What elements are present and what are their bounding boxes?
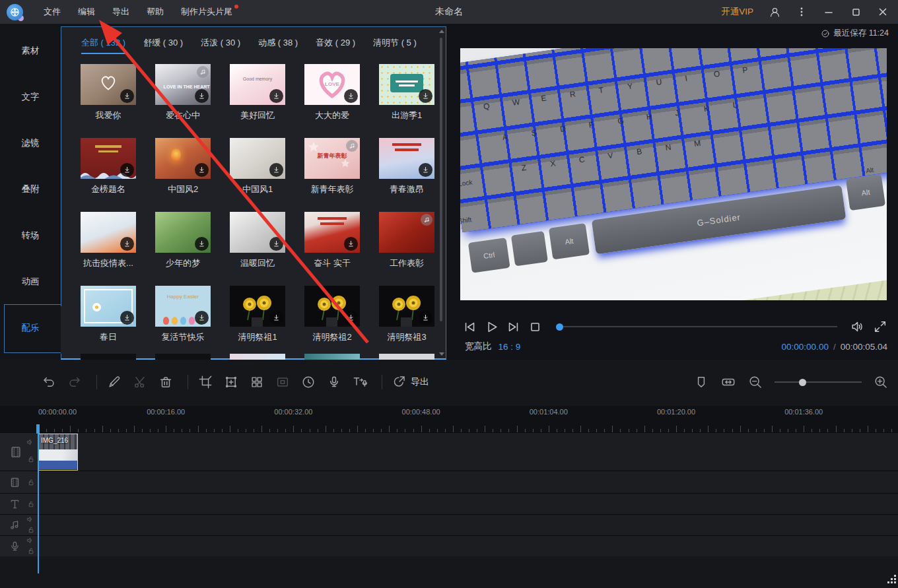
fit-timeline-button[interactable]: [720, 374, 736, 390]
music-item[interactable]: 清明祭祖3: [370, 286, 444, 343]
music-item-thumbnail[interactable]: [230, 212, 285, 253]
lock-icon[interactable]: [27, 526, 35, 534]
kebab-menu-icon[interactable]: [793, 3, 810, 20]
download-button[interactable]: [419, 163, 432, 177]
play-button[interactable]: [483, 318, 500, 335]
music-item[interactable]: 工作表彰: [370, 212, 444, 269]
download-button[interactable]: [269, 163, 283, 177]
download-button[interactable]: [419, 89, 432, 103]
lock-icon[interactable]: [27, 478, 35, 486]
speaker-icon[interactable]: [26, 438, 34, 446]
panel-scrollbar[interactable]: [438, 30, 444, 356]
stop-button[interactable]: [526, 318, 543, 335]
music-item[interactable]: LOVE大大的爱: [295, 64, 369, 121]
sidebar-item-2[interactable]: 文字: [0, 74, 61, 120]
music-item[interactable]: 奋斗 实干: [295, 212, 369, 269]
sidebar-item-7[interactable]: 配乐: [0, 305, 61, 351]
zoom-slider-handle[interactable]: [799, 379, 806, 386]
duration-button[interactable]: [300, 374, 316, 390]
timeline-zoom-slider[interactable]: [775, 381, 862, 383]
edit-button[interactable]: [106, 374, 122, 390]
playhead[interactable]: [38, 424, 39, 573]
export-button[interactable]: 导出: [392, 375, 429, 389]
music-item[interactable]: 新青年表彰新青年表彰: [295, 138, 369, 195]
voiceover-button[interactable]: [326, 374, 342, 390]
category-tab[interactable]: 清明节 ( 5 ): [373, 37, 417, 54]
sidebar-item-3[interactable]: 滤镜: [0, 120, 61, 166]
speaker-icon[interactable]: [26, 537, 34, 544]
music-item[interactable]: Happy Easter复活节快乐: [146, 286, 220, 343]
app-logo-icon[interactable]: [7, 4, 23, 20]
menu-item[interactable]: 导出: [104, 0, 138, 24]
mosaic-button[interactable]: [249, 374, 265, 390]
category-tab[interactable]: 舒缓 ( 30 ): [143, 37, 183, 54]
sidebar-item-6[interactable]: 动画: [0, 259, 61, 305]
download-button[interactable]: [120, 311, 134, 325]
download-button[interactable]: [269, 89, 283, 103]
music-item-thumbnail[interactable]: [155, 212, 211, 253]
music-item-thumbnail[interactable]: LOVE IN THE HEART: [155, 64, 211, 105]
panel-scrollbar-thumb[interactable]: [440, 38, 442, 321]
music-item-thumbnail[interactable]: 新青年表彰: [304, 138, 360, 179]
user-icon[interactable]: [766, 3, 783, 20]
music-item-thumbnail[interactable]: [230, 138, 285, 179]
download-button[interactable]: [120, 89, 134, 103]
transform-button[interactable]: [223, 374, 239, 390]
seek-bar[interactable]: [557, 326, 837, 327]
music-item[interactable]: 青春激昂: [370, 138, 444, 195]
download-button[interactable]: [344, 237, 358, 251]
music-item-thumbnail[interactable]: [81, 212, 136, 253]
music-item-thumbnail[interactable]: [81, 64, 136, 105]
music-item[interactable]: 中国风2: [146, 138, 220, 195]
music-item-thumbnail[interactable]: [155, 138, 211, 179]
download-button[interactable]: [120, 163, 134, 177]
crop-button[interactable]: [197, 374, 213, 390]
music-item[interactable]: Good memory美好回忆: [221, 64, 294, 121]
menu-item[interactable]: 制作片头片尾: [172, 0, 241, 24]
menu-item[interactable]: 帮助: [138, 0, 172, 24]
prev-frame-button[interactable]: [461, 318, 478, 335]
music-item[interactable]: 温暖回忆: [221, 212, 294, 269]
zoom-in-button[interactable]: [873, 374, 889, 390]
sidebar-item-1[interactable]: 素材: [0, 28, 61, 74]
next-frame-button[interactable]: [504, 318, 522, 335]
category-tab[interactable]: 音效 ( 29 ): [316, 37, 355, 54]
timeline-clip[interactable]: IMG_216: [38, 434, 78, 471]
download-button[interactable]: [195, 89, 209, 103]
music-item[interactable]: 金榜题名: [71, 138, 145, 195]
music-item-thumbnail[interactable]: Good memory: [230, 64, 285, 105]
music-item-thumbnail[interactable]: LOVE: [304, 64, 360, 105]
resize-grip[interactable]: [887, 574, 897, 587]
download-button[interactable]: [269, 311, 283, 325]
music-item-thumbnail[interactable]: [379, 64, 434, 105]
download-button[interactable]: [195, 311, 209, 325]
volume-button[interactable]: [849, 318, 866, 335]
music-item[interactable]: 清明祭祖2: [295, 286, 369, 343]
music-item-thumbnail[interactable]: [304, 286, 360, 327]
music-item-thumbnail[interactable]: Happy Easter: [155, 286, 211, 327]
scroll-up-icon[interactable]: [439, 30, 444, 33]
menu-item[interactable]: 文件: [35, 0, 69, 24]
marker-button[interactable]: [693, 374, 709, 390]
music-item[interactable]: 出游季1: [370, 64, 444, 121]
minimize-button[interactable]: [820, 3, 837, 20]
category-tab[interactable]: 活泼 ( 30 ): [201, 37, 240, 54]
sidebar-item-4[interactable]: 叠附: [0, 166, 61, 212]
lock-icon[interactable]: [27, 547, 35, 555]
music-item[interactable]: 抗击疫情表...: [71, 212, 145, 269]
music-item-thumbnail[interactable]: [379, 212, 434, 253]
zoom-out-button[interactable]: [747, 374, 763, 390]
download-button[interactable]: [120, 237, 134, 251]
music-item[interactable]: 少年的梦: [146, 212, 220, 269]
sidebar-item-5[interactable]: 转场: [0, 212, 61, 259]
close-button[interactable]: [874, 3, 891, 20]
music-item[interactable]: 我爱你: [71, 64, 145, 121]
download-button[interactable]: [195, 237, 209, 251]
download-button[interactable]: [344, 89, 358, 103]
music-item-thumbnail[interactable]: [379, 138, 434, 179]
lock-icon[interactable]: [27, 455, 35, 463]
music-item-thumbnail[interactable]: [81, 138, 136, 179]
music-item-thumbnail[interactable]: [81, 286, 136, 327]
music-item[interactable]: 清明祭祖1: [221, 286, 294, 343]
music-item-thumbnail[interactable]: [304, 212, 360, 253]
